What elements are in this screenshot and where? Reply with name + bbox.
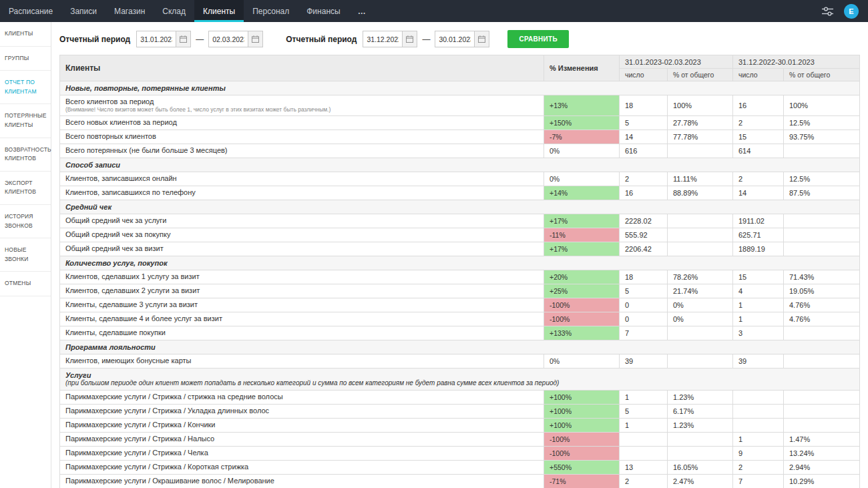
row-label: Всего повторных клиентов	[65, 132, 538, 142]
nav-item[interactable]: Финансы	[298, 0, 349, 22]
report-row: Клиентов, записавшихся онлайн0%211.11%21…	[60, 172, 860, 186]
change-cell: +20%	[544, 270, 620, 284]
report-row: Парикмахерские услуги / Стрижка / Налысо…	[60, 433, 860, 447]
nav-item[interactable]: Склад	[154, 0, 194, 22]
date-range-dash: —	[422, 35, 430, 44]
value-cell	[668, 242, 733, 256]
nav-item[interactable]: Персонал	[244, 0, 298, 22]
nav-item[interactable]: Записи	[61, 0, 105, 22]
section-cell: Количество услуг, покупок	[60, 256, 860, 270]
column-header-count: число	[620, 69, 668, 81]
value-cell: 2	[733, 172, 784, 186]
value-cell	[784, 405, 860, 419]
report-row: Клиентов, сделавших 2 услуги за визит+25…	[60, 284, 860, 298]
row-label-cell: Клиентов, записавшихся по телефону	[60, 186, 544, 200]
value-cell: 15	[733, 270, 784, 284]
row-label: Общий средний чек за покупку	[65, 230, 538, 240]
value-cell: 1	[733, 312, 784, 326]
row-label: Парикмахерские услуги / Стрижка / Челка	[65, 449, 538, 458]
nav-item[interactable]: Магазин	[105, 0, 154, 22]
sidebar-item[interactable]: Экспорт клиентов	[0, 172, 51, 205]
value-cell	[784, 326, 860, 340]
value-cell: 14	[733, 186, 784, 200]
row-label-cell: Всего потерянных (не были больше 3 месяц…	[60, 144, 544, 158]
calendar-icon[interactable]	[176, 31, 191, 47]
value-cell: 2206.42	[620, 242, 668, 256]
report-row: Парикмахерские услуги / Стрижка / Коротк…	[60, 461, 860, 475]
value-cell: 616	[620, 144, 668, 158]
report-row: Парикмахерские услуги / Окрашивание воло…	[60, 475, 860, 488]
period2-end-input[interactable]	[435, 31, 475, 47]
row-label: Парикмахерские услуги / Стрижка / Налысо	[65, 435, 538, 444]
value-cell: 2	[620, 475, 668, 488]
filter-sliders-icon[interactable]	[822, 7, 833, 16]
row-label: Всего новых клиентов за период	[65, 118, 538, 128]
sidebar-item[interactable]: Новые звонки	[0, 238, 51, 272]
client-report-table: Клиенты % Изменения 31.01.2023-02.03.202…	[59, 55, 860, 488]
report-row: Всего новых клиентов за период+150%527.7…	[60, 115, 860, 130]
value-cell	[784, 419, 860, 433]
value-cell: 16.05%	[668, 461, 733, 475]
change-cell: 0%	[544, 354, 620, 368]
value-cell: 0%	[668, 312, 733, 326]
row-label: Всего клиентов за период	[65, 97, 538, 107]
change-cell: +14%	[544, 186, 620, 200]
row-label: Клиентов, имеющих бонусные карты	[65, 356, 538, 366]
calendar-icon[interactable]	[248, 31, 263, 47]
change-cell: -100%	[544, 433, 620, 447]
row-label: Клиентов, сделавших 1 услугу за визит	[65, 272, 538, 282]
period2-start-input[interactable]	[363, 31, 403, 47]
value-cell: 100%	[784, 95, 860, 116]
value-cell: 1	[733, 298, 784, 312]
sidebar-item[interactable]: Потерянные клиенты	[0, 104, 51, 138]
sidebar-item[interactable]: Отчет по клиентам	[0, 71, 51, 104]
column-header-change: % Изменения	[544, 55, 620, 81]
value-cell	[784, 354, 860, 368]
calendar-icon[interactable]	[403, 31, 417, 47]
value-cell: 1.23%	[668, 419, 733, 433]
value-cell: 5	[620, 284, 668, 298]
sidebar-item[interactable]: История звонков	[0, 205, 51, 238]
value-cell: 19.05%	[784, 284, 860, 298]
value-cell	[668, 228, 733, 242]
period1-start-input[interactable]	[136, 31, 176, 47]
row-label: Клиентов, записавшихся по телефону	[65, 188, 538, 198]
value-cell: 2.47%	[668, 475, 733, 488]
row-label-cell: Клиентов, сделавших 1 услугу за визит	[60, 270, 544, 284]
value-cell: 5	[620, 115, 668, 130]
report-row: Клиентов, записавшихся по телефону+14%16…	[60, 186, 860, 200]
sidebar-item[interactable]: Отмены	[0, 272, 51, 296]
value-cell: 16	[620, 186, 668, 200]
value-cell: 77.78%	[668, 130, 733, 144]
value-cell: 2	[620, 172, 668, 186]
sidebar-item[interactable]: Возвратность клиентов	[0, 138, 51, 172]
value-cell	[784, 242, 860, 256]
sidebar: КлиентыГруппыОтчет по клиентамПотерянные…	[0, 22, 51, 488]
value-cell: 27.78%	[668, 115, 733, 130]
row-label-cell: Парикмахерские услуги / Стрижка / Укладк…	[60, 405, 544, 419]
compare-button[interactable]: СРАВНИТЬ	[507, 30, 569, 48]
sidebar-item[interactable]: Клиенты	[0, 22, 51, 47]
row-label-cell: Клиенты, сделавшие 3 услуги за визит	[60, 298, 544, 312]
nav-item[interactable]: Расписание	[0, 0, 61, 22]
nav-item[interactable]: Клиенты	[194, 0, 244, 22]
row-label-cell: Клиентов, имеющих бонусные карты	[60, 354, 544, 368]
user-avatar[interactable]: Е	[844, 4, 859, 19]
sidebar-item[interactable]: Группы	[0, 47, 51, 71]
value-cell: 1	[733, 433, 784, 447]
value-cell: 4.76%	[784, 298, 860, 312]
value-cell	[784, 144, 860, 158]
value-cell	[668, 354, 733, 368]
column-header-clients: Клиенты	[60, 55, 544, 81]
row-label-cell: Общий средний чек за услуги	[60, 214, 544, 228]
row-label: Общий средний чек за визит	[65, 244, 538, 254]
section-title: Способ записи	[65, 161, 120, 169]
value-cell: 1.23%	[668, 391, 733, 405]
period1-end-input[interactable]	[208, 31, 248, 47]
value-cell: 10.29%	[784, 475, 860, 488]
section-row: Количество услуг, покупок	[60, 256, 860, 270]
calendar-icon[interactable]	[475, 31, 489, 47]
nav-more-button[interactable]: …	[349, 0, 376, 22]
change-cell: +25%	[544, 284, 620, 298]
value-cell: 614	[733, 144, 784, 158]
